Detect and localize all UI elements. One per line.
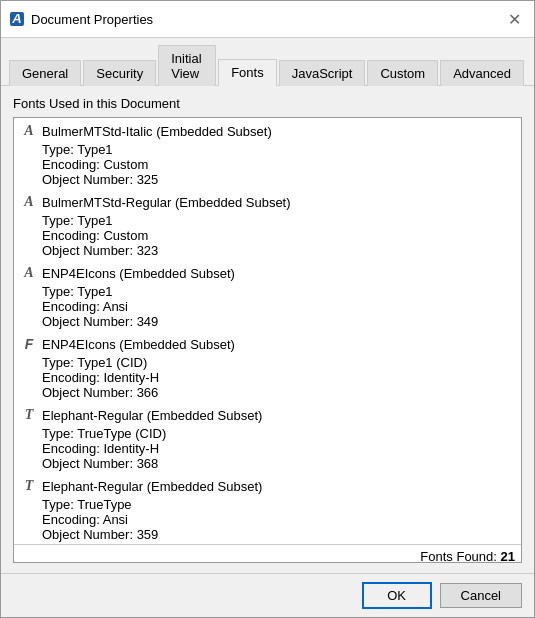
- font-type-icon: A: [20, 122, 38, 140]
- font-entry: ABulmerMTStd-Regular (Embedded Subset)Ty…: [14, 189, 521, 260]
- font-entry: ABulmerMTStd-Italic (Embedded Subset)Typ…: [14, 118, 521, 189]
- section-label: Fonts Used in this Document: [13, 96, 522, 111]
- font-detail: Type: Type1: [14, 284, 521, 299]
- tab-bar: General Security Initial View Fonts Java…: [1, 38, 534, 86]
- font-name-row: TElephant-Regular (Embedded Subset): [14, 475, 521, 497]
- font-detail: Encoding: Identity-H: [14, 370, 521, 385]
- tab-advanced[interactable]: Advanced: [440, 60, 524, 86]
- font-type-icon: A: [20, 264, 38, 282]
- font-detail: Object Number: 359: [14, 527, 521, 542]
- tab-initial-view[interactable]: Initial View: [158, 45, 216, 86]
- font-entry: AENP4EIcons (Embedded Subset)Type: Type1…: [14, 260, 521, 331]
- font-detail: Type: TrueType (CID): [14, 426, 521, 441]
- tab-custom[interactable]: Custom: [367, 60, 438, 86]
- font-name-row: ABulmerMTStd-Italic (Embedded Subset): [14, 120, 521, 142]
- tab-javascript[interactable]: JavaScript: [279, 60, 366, 86]
- title-bar-left: A Document Properties: [9, 11, 153, 27]
- fonts-found-count: 21: [501, 549, 515, 563]
- font-type-icon: F: [20, 335, 38, 353]
- app-icon: A: [9, 11, 25, 27]
- font-name-text: BulmerMTStd-Regular (Embedded Subset): [42, 195, 291, 210]
- title-bar: A Document Properties ✕: [1, 1, 534, 38]
- font-entry: TElephant-Regular (Embedded Subset)Type:…: [14, 473, 521, 544]
- font-detail: Object Number: 368: [14, 456, 521, 471]
- tab-general[interactable]: General: [9, 60, 81, 86]
- tab-security[interactable]: Security: [83, 60, 156, 86]
- font-detail: Object Number: 366: [14, 385, 521, 400]
- font-detail: Encoding: Ansi: [14, 512, 521, 527]
- font-name-row: TElephant-Regular (Embedded Subset): [14, 404, 521, 426]
- font-detail: Object Number: 349: [14, 314, 521, 329]
- svg-text:A: A: [11, 11, 21, 26]
- font-name-text: BulmerMTStd-Italic (Embedded Subset): [42, 124, 272, 139]
- font-detail: Object Number: 323: [14, 243, 521, 258]
- dialog-footer: OK Cancel: [1, 573, 534, 617]
- fonts-footer: Fonts Found: 21: [14, 544, 521, 563]
- font-name-text: ENP4EIcons (Embedded Subset): [42, 337, 235, 352]
- font-name-row: ABulmerMTStd-Regular (Embedded Subset): [14, 191, 521, 213]
- font-detail: Object Number: 325: [14, 172, 521, 187]
- font-entry: TElephant-Regular (Embedded Subset)Type:…: [14, 402, 521, 473]
- document-properties-dialog: A Document Properties ✕ General Security…: [0, 0, 535, 618]
- font-entry: FENP4EIcons (Embedded Subset)Type: Type1…: [14, 331, 521, 402]
- font-detail: Encoding: Custom: [14, 157, 521, 172]
- fonts-list[interactable]: ABulmerMTStd-Italic (Embedded Subset)Typ…: [13, 117, 522, 563]
- fonts-found-label: Fonts Found: 21: [420, 549, 515, 563]
- font-detail: Type: Type1: [14, 142, 521, 157]
- font-detail: Type: Type1: [14, 213, 521, 228]
- ok-button[interactable]: OK: [362, 582, 432, 609]
- font-detail: Encoding: Custom: [14, 228, 521, 243]
- font-detail: Type: TrueType: [14, 497, 521, 512]
- font-type-icon: T: [20, 406, 38, 424]
- font-detail: Type: Type1 (CID): [14, 355, 521, 370]
- font-detail: Encoding: Identity-H: [14, 441, 521, 456]
- font-type-icon: A: [20, 193, 38, 211]
- window-title: Document Properties: [31, 12, 153, 27]
- font-detail: Encoding: Ansi: [14, 299, 521, 314]
- font-name-text: Elephant-Regular (Embedded Subset): [42, 408, 262, 423]
- font-name-text: Elephant-Regular (Embedded Subset): [42, 479, 262, 494]
- content-area: Fonts Used in this Document ABulmerMTStd…: [1, 86, 534, 573]
- font-type-icon: T: [20, 477, 38, 495]
- close-button[interactable]: ✕: [502, 7, 526, 31]
- cancel-button[interactable]: Cancel: [440, 583, 522, 608]
- font-name-row: AENP4EIcons (Embedded Subset): [14, 262, 521, 284]
- font-name-text: ENP4EIcons (Embedded Subset): [42, 266, 235, 281]
- font-name-row: FENP4EIcons (Embedded Subset): [14, 333, 521, 355]
- tab-fonts[interactable]: Fonts: [218, 59, 277, 86]
